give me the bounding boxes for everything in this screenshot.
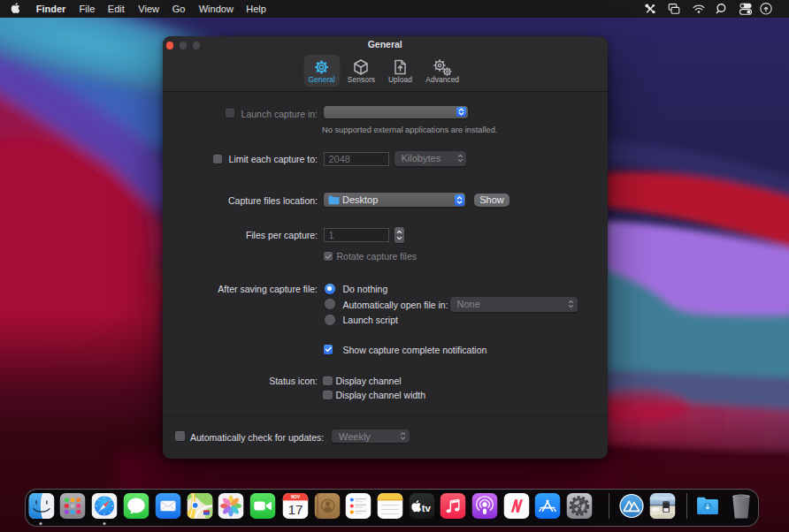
svg-text:NOV: NOV: [291, 495, 301, 499]
svg-text:17: 17: [287, 501, 303, 516]
svg-text:tv: tv: [421, 503, 431, 513]
